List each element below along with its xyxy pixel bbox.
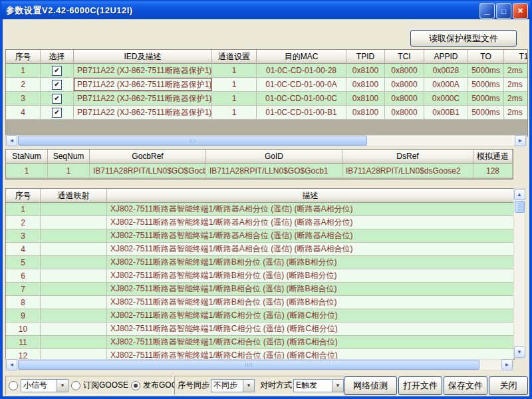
scrollbar-thumb[interactable] xyxy=(515,201,525,213)
cell-ied[interactable]: PB711A22 (XJ-862-7511断路器保护1) xyxy=(74,92,212,106)
cell-channels[interactable]: 1 xyxy=(212,78,257,92)
maximize-button[interactable]: □ xyxy=(496,3,511,19)
cell-sim-channel[interactable]: 128 xyxy=(473,164,513,178)
cell-no[interactable]: 4 xyxy=(6,243,41,256)
cell-mapping[interactable] xyxy=(41,203,107,216)
cell-appid[interactable]: 0x00B1 xyxy=(424,106,468,120)
cell-select[interactable]: ✔ xyxy=(41,64,74,78)
cell-no[interactable]: 11 xyxy=(6,336,41,349)
cell-tpid[interactable]: 0x8100 xyxy=(346,106,385,120)
cell-no[interactable]: 3 xyxy=(6,229,41,243)
checkbox-checked[interactable]: ✔ xyxy=(52,108,62,118)
cell-select[interactable]: ✔ xyxy=(41,92,74,106)
cell-no[interactable]: 10 xyxy=(6,323,41,336)
cell-desc[interactable]: XJ802-7511断路器智能终端1/断路器A相合位 (遥信) (断路器A相合位… xyxy=(107,229,514,243)
cell-mapping[interactable] xyxy=(41,323,107,336)
cell-mac[interactable]: 01-0C-CD-01-00-0C xyxy=(257,92,346,106)
publish-goose-radio[interactable] xyxy=(131,381,140,390)
cell-appid[interactable]: 0x000C xyxy=(424,92,468,106)
cell-desc[interactable]: XJ802-7511断路器智能终端1/断路C相合位 (遥信) (断路C相合位) xyxy=(107,336,514,349)
subscribe-goose-radio[interactable] xyxy=(71,381,80,390)
cell-no[interactable]: 8 xyxy=(6,296,41,309)
cell-no[interactable]: 7 xyxy=(6,283,41,296)
cell-mapping[interactable] xyxy=(41,216,107,229)
chevron-down-icon[interactable]: ▼ xyxy=(243,380,254,392)
cell-no[interactable]: 3 xyxy=(6,92,41,106)
cell-tci[interactable]: 0x8000 xyxy=(385,92,424,106)
ied-table-hscrollbar[interactable]: ◄ ► xyxy=(5,135,527,146)
cell-goid[interactable]: IB711A28RPIT/LLN0$GO$Gocb1 xyxy=(206,164,342,178)
cell-tci[interactable]: 0x8000 xyxy=(385,78,424,92)
cell-mapping[interactable] xyxy=(41,269,107,283)
cell-to[interactable]: 5000ms xyxy=(468,106,504,120)
cell-tpid[interactable]: 0x8100 xyxy=(346,78,385,92)
cell-mapping[interactable] xyxy=(41,256,107,269)
cell-no[interactable]: 1 xyxy=(6,64,41,78)
close-button[interactable]: ✕ xyxy=(513,3,528,19)
cell-ied[interactable]: PB711A22 (XJ-862-7511断路器保护1) xyxy=(74,64,212,78)
scroll-left-icon[interactable]: ◄ xyxy=(6,359,17,370)
close-dialog-button[interactable]: 关闭 xyxy=(489,376,528,395)
channel-table-vscrollbar[interactable]: ▲ ▼ xyxy=(513,188,525,358)
chevron-down-icon[interactable]: ▼ xyxy=(57,380,68,392)
channel-table-hscrollbar[interactable]: ◄ ► xyxy=(5,359,513,370)
checkbox-checked[interactable]: ✔ xyxy=(52,94,62,104)
cell-to[interactable]: 5000ms xyxy=(468,78,504,92)
cell-desc[interactable]: XJ802-7511断路器智能终端1/断路B相合位 (遥信) (断路B相合位) xyxy=(107,283,514,296)
cell-dsref[interactable]: IB711A28RPIT/LLN0$dsGoose2 xyxy=(342,164,473,178)
cell-mapping[interactable] xyxy=(41,309,107,323)
cell-no[interactable]: 6 xyxy=(6,269,41,283)
cell-no[interactable]: 9 xyxy=(6,309,41,323)
cell-appid[interactable]: 0x0028 xyxy=(424,64,468,78)
cell-mapping[interactable] xyxy=(41,336,107,349)
cell-mapping[interactable] xyxy=(41,229,107,243)
cell-tpid[interactable]: 0x8100 xyxy=(346,64,385,78)
cell-mapping[interactable] xyxy=(41,349,107,360)
open-file-button[interactable]: 打开文件 xyxy=(398,376,442,395)
cell-t1[interactable]: 2ms xyxy=(504,78,528,92)
scrollbar-thumb[interactable] xyxy=(18,136,367,146)
save-file-button[interactable]: 保存文件 xyxy=(444,376,487,395)
cell-no[interactable]: 1 xyxy=(6,203,41,216)
read-model-file-button[interactable]: 读取保护模型文件 xyxy=(410,30,517,47)
time-sync-dropdown[interactable]: E触发 ▼ xyxy=(293,379,344,392)
scroll-right-icon[interactable]: ► xyxy=(501,359,513,370)
cell-desc[interactable]: XJ802-7511断路器智能终端1/断路器A相分位 (遥信) (断路器A相分位… xyxy=(107,216,514,229)
cell-mapping[interactable] xyxy=(41,243,107,256)
cell-no[interactable]: 4 xyxy=(6,106,41,120)
scroll-right-icon[interactable]: ► xyxy=(515,135,526,146)
cell-desc[interactable]: XJ802-7511断路器智能终端1/断路C相分位 (遥信) (断路C相分位) xyxy=(107,309,514,323)
scroll-up-icon[interactable]: ▲ xyxy=(514,189,525,200)
cell-seqnum[interactable]: 1 xyxy=(48,164,90,178)
cell-mac[interactable]: 01-0C-CD-01-00-B1 xyxy=(257,106,346,120)
cell-desc[interactable]: XJ802-7511断路器智能终端1/断路C相分位 (遥信) (断路C相分位) xyxy=(107,323,514,336)
chevron-down-icon[interactable]: ▼ xyxy=(332,380,343,392)
cell-t1[interactable]: 2ms xyxy=(504,106,528,120)
cell-no[interactable]: 2 xyxy=(6,216,41,229)
scrollbar-thumb[interactable] xyxy=(18,360,479,370)
cell-tpid[interactable]: 0x8100 xyxy=(346,92,385,106)
cell-mac[interactable]: 01-0C-CD-01-00-28 xyxy=(257,64,346,78)
cell-gocbref[interactable]: IB711A28RPIT/LLN0$GO$Gocb1 xyxy=(90,164,206,178)
cell-tci[interactable]: 0x8000 xyxy=(385,64,424,78)
scroll-left-icon[interactable]: ◄ xyxy=(6,135,17,146)
cell-select[interactable]: ✔ xyxy=(41,106,74,120)
cell-channels[interactable]: 1 xyxy=(212,92,257,106)
seq-sync-dropdown[interactable]: 不同步 ▼ xyxy=(211,379,255,392)
checkbox-checked[interactable]: ✔ xyxy=(52,80,62,90)
cell-channels[interactable]: 1 xyxy=(212,64,257,78)
cell-mapping[interactable] xyxy=(41,296,107,309)
checkbox-checked[interactable]: ✔ xyxy=(52,66,62,76)
cell-desc[interactable]: XJ802-7511断路器智能终端1/断路B相分位 (遥信) (断路B相分位) xyxy=(107,269,514,283)
cell-ied[interactable]: PB711A22 (XJ-862-7511断路器保护1) xyxy=(74,106,212,120)
cell-channels[interactable]: 1 xyxy=(212,106,257,120)
cell-ied-focused[interactable]: PB711A22 (XJ-862-7511断路器保护1) xyxy=(74,78,212,92)
cell-mac[interactable]: 01-0C-CD-01-00-0A xyxy=(257,78,346,92)
cell-no[interactable]: 12 xyxy=(6,349,41,360)
cell-to[interactable]: 5000ms xyxy=(468,92,504,106)
cell-select[interactable]: ✔ xyxy=(41,78,74,92)
titlebar[interactable]: 参数设置V2.42-6000C(12U12I) — □ ✕ xyxy=(1,1,531,19)
small-signal-radio[interactable] xyxy=(9,381,18,390)
scroll-down-icon[interactable]: ▼ xyxy=(514,346,525,358)
cell-desc[interactable]: XJ802-7511断路器智能终端1/断路B相分位 (遥信) (断路B相分位) xyxy=(107,256,514,269)
